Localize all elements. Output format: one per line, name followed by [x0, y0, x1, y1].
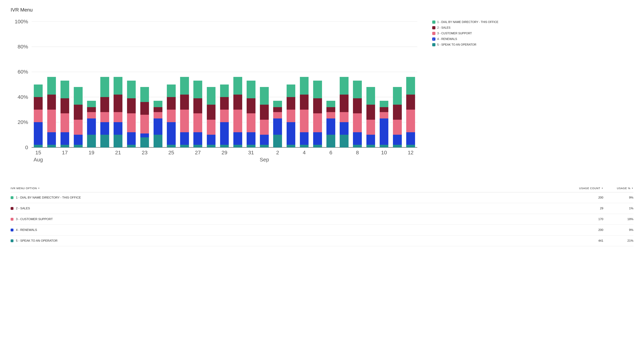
svg-text:40%: 40% [18, 94, 28, 100]
svg-rect-73 [194, 145, 202, 147]
svg-text:25: 25 [168, 150, 174, 155]
ivr-stacked-bar-chart: 020%40%60%80%100%15Aug1719212325272931Se… [10, 20, 422, 168]
svg-rect-16 [34, 97, 43, 110]
chart-legend: 1 - DIAL BY NAME DIRECTORY - THIS OFFICE… [432, 20, 634, 168]
cell-option-label: 1 - DIAL BY NAME DIRECTORY - THIS OFFICE [16, 196, 81, 199]
svg-text:12: 12 [408, 150, 414, 155]
svg-rect-21 [47, 95, 56, 110]
legend-swatch [432, 43, 436, 46]
svg-rect-154 [406, 132, 415, 145]
svg-rect-52 [127, 81, 136, 98]
svg-rect-136 [353, 98, 362, 113]
column-header-count[interactable]: USAGE COUNT ▼ [573, 187, 603, 190]
svg-rect-37 [87, 101, 96, 107]
svg-rect-56 [140, 102, 149, 115]
svg-rect-139 [366, 135, 375, 145]
cell-pct: 18% [603, 217, 634, 221]
svg-rect-149 [393, 135, 402, 145]
svg-rect-78 [207, 145, 216, 147]
svg-rect-120 [313, 113, 322, 132]
svg-text:10: 10 [381, 150, 387, 155]
cell-pct: 1% [603, 207, 634, 210]
svg-rect-22 [47, 77, 56, 95]
svg-rect-24 [60, 132, 69, 145]
svg-rect-124 [326, 118, 335, 135]
svg-rect-108 [286, 145, 296, 147]
svg-rect-129 [340, 122, 348, 135]
svg-rect-123 [326, 135, 335, 147]
svg-rect-74 [194, 132, 202, 145]
svg-rect-148 [393, 145, 402, 147]
cell-pct: 21% [603, 239, 634, 243]
svg-rect-135 [353, 113, 362, 132]
svg-rect-150 [393, 120, 402, 135]
cell-option: 2 - SALES [10, 207, 573, 210]
svg-rect-88 [233, 145, 242, 147]
legend-label: 1 - DIAL BY NAME DIRECTORY - THIS OFFICE [437, 20, 498, 24]
svg-rect-106 [273, 107, 282, 112]
svg-rect-66 [167, 97, 176, 110]
svg-rect-119 [313, 132, 322, 145]
legend-item[interactable]: ✓4 - RENEWALS [432, 37, 634, 41]
svg-text:0: 0 [25, 144, 28, 150]
legend-label: 5 - SPEAK TO AN OPERATOR [437, 43, 476, 46]
cell-option: 5 - SPEAK TO AN OPERATOR [10, 239, 573, 243]
svg-text:4: 4 [303, 150, 306, 155]
svg-rect-89 [233, 132, 242, 145]
legend-item[interactable]: 2 - SALES [432, 26, 634, 29]
svg-rect-54 [140, 133, 149, 137]
svg-rect-32 [74, 87, 82, 105]
svg-rect-97 [247, 81, 256, 98]
svg-rect-84 [220, 122, 229, 145]
svg-rect-145 [380, 112, 388, 118]
table-row: 3 - CUSTOMER SUPPORT17018% [10, 214, 634, 225]
svg-rect-17 [34, 84, 43, 97]
column-header-option[interactable]: IVR MENU OPTION ▼ [10, 187, 573, 190]
ivr-usage-table: IVR MENU OPTION ▼ USAGE COUNT ▼ USAGE % … [10, 184, 634, 246]
svg-text:Aug: Aug [34, 157, 43, 162]
svg-text:60%: 60% [18, 69, 28, 75]
svg-rect-99 [260, 135, 269, 145]
cell-option: 4 - RENEWALS [10, 228, 573, 232]
svg-rect-70 [180, 110, 189, 132]
legend-item[interactable]: 1 - DIAL BY NAME DIRECTORY - THIS OFFICE [432, 20, 634, 24]
cell-count: 29 [573, 207, 603, 210]
svg-text:20%: 20% [18, 119, 28, 125]
cell-option-label: 4 - RENEWALS [16, 228, 37, 232]
svg-rect-96 [247, 98, 256, 113]
svg-rect-58 [154, 135, 162, 147]
svg-rect-76 [194, 98, 202, 113]
svg-rect-62 [154, 101, 162, 107]
svg-rect-14 [34, 122, 43, 145]
row-swatch [10, 239, 14, 242]
legend-swatch: ✓ [432, 37, 436, 41]
svg-rect-131 [340, 95, 348, 112]
svg-rect-43 [114, 135, 122, 147]
svg-rect-53 [140, 137, 149, 147]
svg-rect-77 [194, 81, 202, 98]
svg-rect-103 [273, 135, 282, 147]
svg-rect-41 [100, 97, 109, 112]
svg-rect-33 [87, 135, 96, 147]
column-header-pct[interactable]: USAGE % ▼ [603, 187, 634, 190]
legend-item[interactable]: 3 - CUSTOMER SUPPORT [432, 32, 634, 35]
svg-rect-51 [127, 98, 136, 113]
caret-down-icon: ▼ [38, 187, 40, 189]
svg-rect-146 [380, 107, 388, 112]
legend-item[interactable]: 5 - SPEAK TO AN OPERATOR [432, 43, 634, 46]
svg-rect-144 [380, 118, 388, 145]
row-swatch [10, 196, 14, 199]
cell-pct: 9% [603, 196, 634, 199]
svg-rect-115 [300, 110, 309, 132]
table-row: 4 - RENEWALS2009% [10, 225, 634, 236]
svg-rect-114 [300, 132, 309, 145]
svg-text:2: 2 [276, 150, 279, 155]
svg-rect-63 [167, 145, 176, 147]
svg-rect-82 [207, 87, 216, 105]
svg-rect-47 [114, 77, 122, 95]
cell-option-label: 2 - SALES [16, 207, 30, 210]
svg-rect-112 [286, 84, 296, 97]
svg-rect-86 [220, 97, 229, 110]
cell-option: 3 - CUSTOMER SUPPORT [10, 217, 573, 221]
legend-label: 3 - CUSTOMER SUPPORT [437, 32, 472, 35]
